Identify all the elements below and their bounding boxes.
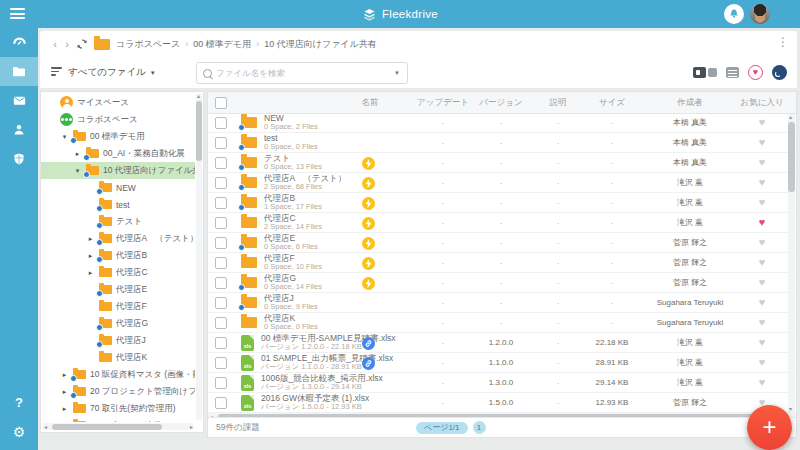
list-view-icon[interactable] — [726, 67, 739, 78]
favorite-heart-icon[interactable]: ♥ — [759, 317, 766, 328]
favorite-heart-icon[interactable]: ♥ — [759, 357, 766, 368]
tree-item[interactable]: 代理店E — [41, 281, 195, 298]
file-type-dropdown[interactable]: すべてのファイル ▼ — [68, 66, 156, 79]
dashboard-gauge-icon[interactable] — [0, 28, 38, 57]
page-number-button[interactable]: 1 — [473, 421, 486, 434]
favorite-heart-icon[interactable]: ♥ — [759, 277, 766, 288]
tree-item[interactable]: コラボスペース — [41, 111, 195, 128]
favorite-heart-icon[interactable]: ♥ — [759, 237, 766, 248]
user-icon[interactable] — [0, 115, 38, 144]
tree-item[interactable]: ▾00 標準デモ用 — [41, 128, 195, 145]
tree-item[interactable]: ▸10 販促資料マスタ (画像・動画) — [41, 366, 195, 383]
column-header[interactable]: アップデート — [416, 97, 470, 109]
scroll-up-icon[interactable]: ▴ — [789, 114, 792, 120]
tree-item[interactable]: NEW — [41, 179, 195, 196]
breadcrumb-item[interactable]: 00 標準デモ用 — [193, 38, 251, 51]
row-checkbox[interactable] — [215, 177, 227, 189]
tree-item[interactable]: ▸80 WebReport連携 — [41, 417, 195, 422]
column-header[interactable]: サイズ — [584, 97, 640, 109]
table-row[interactable]: 代理店J0 Space, 9 Files----Sugahara Teruyuk… — [208, 293, 796, 313]
tree-vscroll-thumb[interactable] — [196, 101, 202, 161]
tree-item[interactable]: 代理店G — [41, 315, 195, 332]
table-row[interactable]: test0 Space, 0 Files----本橋 真美♥ — [208, 133, 796, 153]
table-row[interactable]: xls00 標準デモ用-SAMPLE見積書.xlsxバージョン 1.2.0.0 … — [208, 333, 796, 353]
scroll-down-icon[interactable]: ▾ — [789, 406, 792, 412]
row-checkbox[interactable] — [215, 217, 227, 229]
chevron-right-icon[interactable]: ▸ — [86, 252, 95, 260]
column-header[interactable]: 説明 — [532, 97, 584, 109]
tree-item[interactable]: ▸00_AI・業務自動化展 — [41, 145, 195, 162]
favorite-heart-icon[interactable]: ♥ — [759, 337, 766, 348]
column-header[interactable]: 名前 — [234, 97, 416, 109]
scroll-right-icon[interactable]: ▸ — [190, 424, 193, 430]
scroll-left-icon[interactable]: ◂ — [44, 424, 47, 430]
tree-item[interactable]: マイスペース — [41, 94, 195, 111]
row-checkbox[interactable] — [215, 377, 227, 389]
page-indicator[interactable]: ページ1/1 — [416, 422, 468, 434]
tree-item[interactable]: 代理店F — [41, 298, 195, 315]
column-header[interactable]: お気に入り — [740, 97, 784, 109]
select-all-checkbox[interactable] — [215, 97, 227, 109]
chevron-down-icon[interactable]: ▾ — [73, 167, 82, 175]
table-row[interactable]: 代理店A （テスト）2 Space, 68 Files----滝沢 薫♥ — [208, 173, 796, 193]
chevron-right-icon[interactable]: ▸ — [86, 269, 95, 277]
favorite-heart-icon[interactable]: ♥ — [759, 137, 766, 148]
favorite-heart-icon[interactable]: ♥ — [759, 197, 766, 208]
column-header[interactable]: バージョン — [470, 97, 532, 109]
chevron-right-icon[interactable]: ▸ — [60, 405, 69, 413]
scroll-up-icon[interactable]: ▴ — [197, 93, 200, 99]
more-options-icon[interactable]: ⋮ — [777, 35, 789, 49]
add-button[interactable]: + — [747, 405, 792, 450]
shared-filter-icon[interactable] — [772, 65, 787, 80]
table-vertical-scrollbar[interactable]: ▴ ▾ — [788, 114, 795, 412]
favorite-heart-icon[interactable]: ♥ — [759, 177, 766, 188]
card-view-toggle-icon[interactable] — [693, 67, 717, 78]
table-row[interactable]: xls2016 GW休暇予定表 (1).xlsxバージョン 1.5.0.0 - … — [208, 393, 796, 413]
shield-icon[interactable] — [0, 144, 38, 173]
tree-item[interactable]: ▸代理店B — [41, 247, 195, 264]
chevron-down-icon[interactable]: ▾ — [60, 133, 69, 141]
chevron-right-icon[interactable]: ▸ — [60, 371, 69, 379]
files-folder-icon[interactable] — [0, 57, 38, 86]
help-icon[interactable]: ? — [0, 388, 38, 417]
favorites-filter-icon[interactable]: ♥ — [748, 65, 763, 80]
table-row[interactable]: xls01 SAMPLE_出力帳票_見積書.xlsxバージョン 1.1.0.0 … — [208, 353, 796, 373]
row-checkbox[interactable] — [215, 317, 227, 329]
tree-item[interactable]: 代理店J — [41, 332, 195, 349]
favorite-heart-icon[interactable]: ♥ — [759, 117, 766, 128]
favorite-heart-icon[interactable]: ♥ — [759, 217, 766, 228]
search-dropdown-icon[interactable]: ▼ — [394, 70, 400, 76]
row-checkbox[interactable] — [215, 197, 227, 209]
table-vscroll-thumb[interactable] — [788, 122, 795, 192]
breadcrumb-item[interactable]: コラボスペース — [116, 38, 180, 51]
tree-item[interactable]: ▾10 代理店向けファイル共有 — [41, 162, 195, 179]
table-row[interactable]: NEW0 Space, 2 Files----本橋 真美♥ — [208, 113, 796, 133]
favorite-heart-icon[interactable]: ♥ — [759, 377, 766, 388]
row-checkbox[interactable] — [215, 157, 227, 169]
notification-bell-icon[interactable] — [724, 4, 744, 24]
row-checkbox[interactable] — [215, 297, 227, 309]
favorite-heart-icon[interactable]: ♥ — [759, 297, 766, 308]
tree-item[interactable]: テスト — [41, 213, 195, 230]
tree-item[interactable]: ▸代理店C — [41, 264, 195, 281]
row-checkbox[interactable] — [215, 257, 227, 269]
row-checkbox[interactable] — [215, 237, 227, 249]
table-row[interactable]: テスト0 Space, 13 Files----本橋 真美♥ — [208, 153, 796, 173]
tree-hscroll-thumb[interactable] — [52, 424, 162, 430]
table-row[interactable]: 代理店B1 Space, 17 Files----滝沢 薫♥ — [208, 193, 796, 213]
tree-item[interactable]: ▸代理店A （テスト） — [41, 230, 195, 247]
row-checkbox[interactable] — [215, 397, 227, 409]
mail-icon[interactable] — [0, 86, 38, 115]
table-row[interactable]: xls1006版_競合比較表_掲示用.xlsxバージョン 1.3.0.0 - 2… — [208, 373, 796, 393]
chevron-right-icon[interactable]: ▸ — [86, 235, 95, 243]
settings-gear-icon[interactable]: ⚙ — [0, 417, 38, 446]
favorite-heart-icon[interactable]: ♥ — [759, 157, 766, 168]
breadcrumb-item[interactable]: 10 代理店向けファイル共有 — [264, 38, 377, 51]
chevron-right-icon[interactable]: ▸ — [73, 150, 82, 158]
back-icon[interactable]: ‹ — [50, 38, 60, 50]
tree-horizontal-scrollbar[interactable]: ◂ ▸ — [43, 423, 193, 430]
tree-vertical-scrollbar[interactable]: ▴ — [196, 94, 202, 420]
search-input[interactable] — [212, 68, 394, 78]
tree-item[interactable]: test — [41, 196, 195, 213]
user-avatar[interactable] — [750, 4, 770, 24]
